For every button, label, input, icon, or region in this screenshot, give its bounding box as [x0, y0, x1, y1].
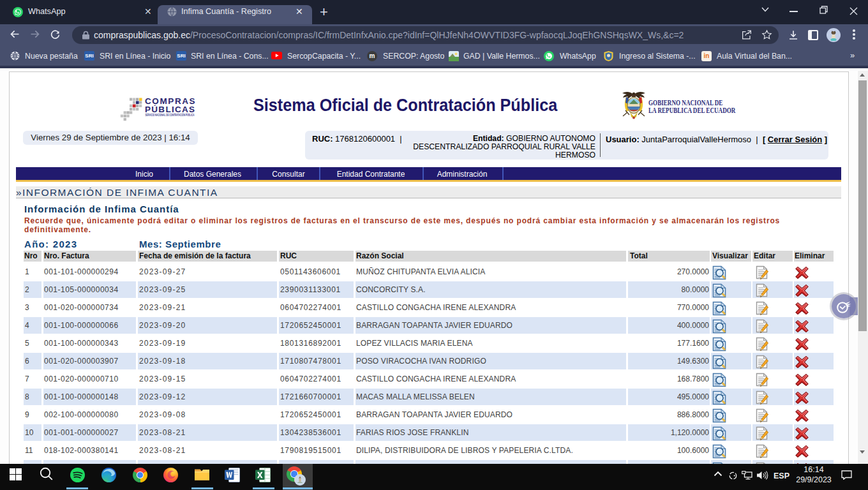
svg-text:SERVICIO NACIONAL DE CONTRATAC: SERVICIO NACIONAL DE CONTRATACIÓN PÚBLIC… — [146, 112, 195, 117]
svg-text:PÚBLICAS: PÚBLICAS — [145, 105, 195, 114]
